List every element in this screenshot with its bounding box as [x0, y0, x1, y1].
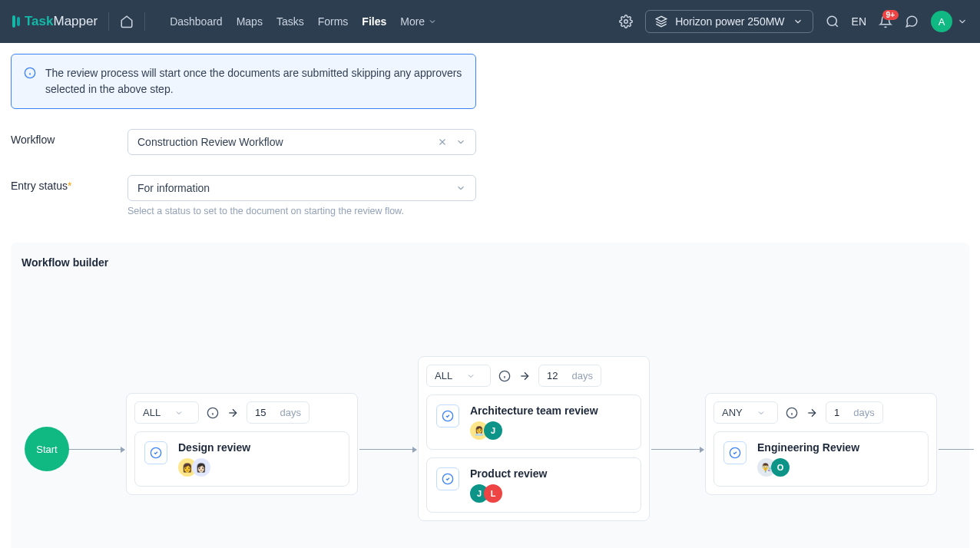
chat-icon[interactable] — [905, 15, 919, 28]
info-icon — [24, 67, 36, 79]
info-icon[interactable] — [498, 370, 511, 382]
arrow-connector — [939, 449, 974, 450]
search-icon[interactable] — [826, 15, 839, 28]
workflow-row: Workflow Construction Review Workflow — [11, 129, 969, 155]
app-header: TaskMapper Dashboard Maps Tasks Forms Fi… — [0, 0, 980, 43]
svg-point-0 — [624, 20, 628, 24]
chevron-down-icon — [455, 183, 466, 193]
nav-more[interactable]: More — [400, 15, 437, 28]
arrow-connector — [651, 449, 704, 450]
info-text: The review process will start once the d… — [45, 65, 463, 97]
chevron-down-icon — [757, 408, 766, 418]
check-circle-icon — [144, 441, 167, 464]
nav-tasks[interactable]: Tasks — [276, 15, 304, 28]
assignee-avatars: 👨‍🔬 O — [757, 458, 859, 477]
chevron-down-icon — [466, 371, 475, 381]
avatar: L — [484, 484, 502, 503]
svg-point-2 — [827, 16, 836, 25]
entry-status-row: Entry status* For information Select a s… — [11, 175, 969, 216]
user-menu[interactable]: A — [931, 11, 968, 32]
workflow-select[interactable]: Construction Review Workflow — [127, 129, 476, 155]
review-title: Design review — [178, 441, 250, 454]
notification-badge: 9+ — [882, 10, 899, 20]
entry-status-value: For information — [137, 182, 210, 194]
language-selector[interactable]: EN — [852, 15, 866, 28]
workflow-builder: Workflow builder Start ALL 15 days — [11, 243, 969, 548]
arrow-right-icon — [806, 407, 818, 419]
stage-1[interactable]: ALL 15 days Design review 👩 — [126, 393, 358, 495]
project-name: Horizon power 250MW — [675, 15, 784, 28]
review-card[interactable]: Design review 👩 👩🏻 — [134, 431, 349, 487]
header-right: Horizon power 250MW EN 9+ A — [619, 10, 968, 33]
stage-header: ALL 15 days — [127, 394, 357, 431]
info-icon[interactable] — [207, 407, 219, 419]
nav-forms[interactable]: Forms — [318, 15, 349, 28]
logo-mark-icon — [12, 15, 20, 28]
chevron-down-icon — [428, 17, 437, 26]
review-card[interactable]: Engineering Review 👨‍🔬 O — [713, 431, 929, 487]
divider — [144, 12, 145, 31]
arrow-right-icon — [227, 407, 239, 419]
stage-3[interactable]: ANY 1 days Engineering Review — [705, 393, 937, 495]
main-nav: Dashboard Maps Tasks Forms Files More — [170, 15, 437, 28]
avatar: O — [771, 458, 790, 477]
arrow-connector — [69, 449, 124, 450]
review-card[interactable]: Architecture team review 👩‍💼 J — [426, 394, 641, 450]
arrow-right-icon — [518, 370, 531, 382]
stage-2[interactable]: ALL 12 days Architecture team review — [418, 356, 650, 521]
project-selector[interactable]: Horizon power 250MW — [645, 10, 813, 33]
nav-files[interactable]: Files — [362, 15, 386, 28]
check-circle-icon — [723, 441, 747, 464]
divider — [108, 12, 109, 31]
notifications-button[interactable]: 9+ — [879, 15, 892, 28]
layers-icon — [655, 15, 667, 28]
rule-select[interactable]: ANY — [713, 401, 778, 424]
avatar: J — [484, 421, 502, 440]
chevron-down-icon — [455, 137, 466, 147]
workflow-builder-title: Workflow builder — [22, 256, 958, 269]
start-node[interactable]: Start — [25, 427, 69, 471]
days-input[interactable]: 1 days — [826, 401, 883, 424]
info-banner: The review process will start once the d… — [11, 54, 476, 109]
assignee-avatars: 👩‍💼 J — [470, 421, 598, 440]
chevron-down-icon — [174, 408, 184, 418]
svg-line-3 — [835, 25, 837, 27]
user-avatar: A — [931, 11, 952, 32]
workflow-canvas: Start ALL 15 days — [22, 279, 958, 548]
nav-maps[interactable]: Maps — [237, 15, 263, 28]
entry-status-select[interactable]: For information — [127, 175, 476, 201]
days-input[interactable]: 15 days — [247, 401, 310, 424]
info-icon[interactable] — [786, 407, 798, 419]
stage-header: ALL 12 days — [419, 357, 649, 394]
rule-select[interactable]: ALL — [426, 365, 491, 387]
rule-select[interactable]: ALL — [134, 401, 199, 424]
workflow-value: Construction Review Workflow — [137, 136, 283, 148]
review-title: Product review — [470, 467, 547, 480]
entry-status-label: Entry status* — [11, 175, 127, 192]
review-title: Architecture team review — [470, 404, 598, 417]
chevron-down-icon — [957, 16, 968, 27]
settings-icon[interactable] — [619, 15, 633, 28]
stage-header: ANY 1 days — [706, 394, 936, 431]
avatar: 👩🏻 — [192, 458, 210, 477]
check-circle-icon — [436, 404, 459, 428]
svg-marker-1 — [656, 16, 666, 21]
page-content: The review process will start once the d… — [0, 43, 980, 548]
app-logo[interactable]: TaskMapper — [12, 14, 98, 29]
logo-text: TaskMapper — [25, 14, 98, 29]
entry-status-helper: Select a status to set to the document o… — [127, 206, 476, 216]
assignee-avatars: J L — [470, 484, 547, 503]
arrow-connector — [359, 449, 416, 450]
home-icon[interactable] — [120, 15, 134, 28]
clear-icon[interactable] — [437, 137, 448, 147]
days-input[interactable]: 12 days — [538, 365, 601, 387]
check-circle-icon — [436, 467, 459, 490]
review-card[interactable]: Product review J L — [426, 457, 641, 513]
chevron-down-icon — [793, 16, 803, 27]
review-title: Engineering Review — [757, 441, 859, 454]
workflow-label: Workflow — [11, 129, 127, 146]
assignee-avatars: 👩 👩🏻 — [178, 458, 250, 477]
nav-dashboard[interactable]: Dashboard — [170, 15, 223, 28]
